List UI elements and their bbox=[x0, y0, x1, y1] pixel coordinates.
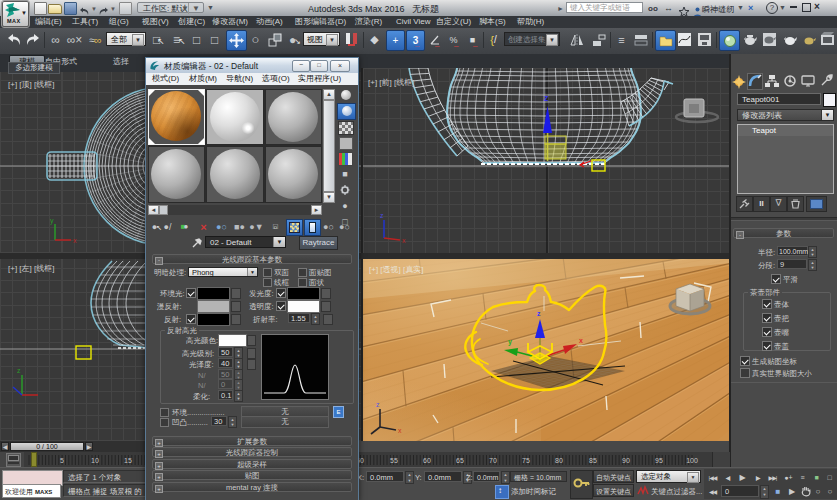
svg-text:x: x bbox=[579, 337, 583, 344]
svg-text:y: y bbox=[50, 217, 54, 225]
svg-text:60: 60 bbox=[423, 457, 431, 464]
svg-text:85: 85 bbox=[589, 457, 597, 464]
svg-text:x: x bbox=[73, 237, 77, 244]
svg-text:x: x bbox=[398, 427, 402, 434]
svg-text:z: z bbox=[380, 212, 384, 219]
svg-text:15: 15 bbox=[124, 457, 132, 464]
svg-text:70: 70 bbox=[489, 457, 497, 464]
svg-text:Z: Z bbox=[544, 95, 549, 102]
svg-text:100: 100 bbox=[686, 457, 698, 464]
svg-text:65: 65 bbox=[456, 457, 464, 464]
svg-text:z: z bbox=[17, 367, 21, 374]
svg-text:80: 80 bbox=[555, 457, 563, 464]
svg-text:75: 75 bbox=[522, 457, 530, 464]
svg-text:y: y bbox=[508, 338, 512, 346]
svg-text:5: 5 bbox=[60, 457, 64, 464]
svg-text:z: z bbox=[376, 401, 380, 408]
svg-text:95: 95 bbox=[655, 457, 663, 464]
svg-text:10: 10 bbox=[91, 457, 99, 464]
svg-text:z: z bbox=[537, 310, 541, 317]
svg-text:90: 90 bbox=[622, 457, 630, 464]
svg-text:55: 55 bbox=[390, 457, 398, 464]
svg-text:x: x bbox=[402, 237, 406, 244]
